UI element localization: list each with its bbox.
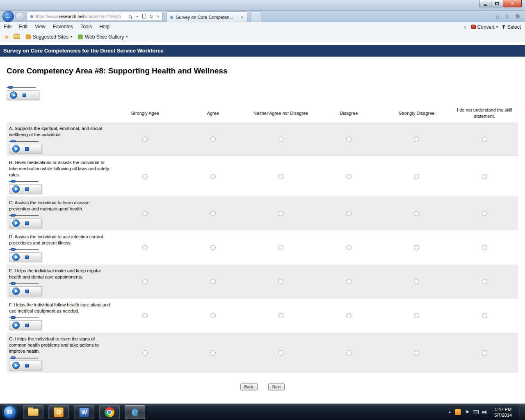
radio-button[interactable] [210,174,216,179]
favbar-item-caret[interactable]: ▾ [71,35,72,39]
volume-icon[interactable] [482,410,486,414]
audio-play-button[interactable] [10,91,17,99]
radio-button[interactable] [482,245,487,250]
taskbar-chrome-button[interactable] [99,405,120,419]
menu-item[interactable]: Favorites [49,22,77,32]
audio-play-button[interactable] [12,253,20,261]
audio-play-button[interactable] [12,288,20,295]
menu-item[interactable]: Edit [15,22,31,32]
radio-button[interactable] [142,279,148,284]
taskbar-word-button[interactable]: W [74,405,94,419]
menu-item[interactable]: File [0,22,15,32]
taskbar-outlook-button[interactable]: O [48,405,69,419]
audio-play-button[interactable] [12,322,20,329]
menu-item[interactable]: Help [96,22,113,32]
radio-button[interactable] [210,211,216,216]
browser-tab[interactable]: e Survey on Core Competen... × [166,11,247,22]
radio-button[interactable] [278,279,283,284]
audio-stop-button[interactable] [25,221,29,225]
radio-button[interactable] [210,313,216,318]
restore-button[interactable] [491,0,503,7]
radio-button[interactable] [142,137,148,142]
favorites-star-icon[interactable]: ☆ [504,13,510,20]
audio-slider-handle[interactable] [11,180,16,183]
forward-button[interactable]: → [15,12,24,21]
favbar-item[interactable]: Suggested Sites ▾ [26,34,72,40]
radio-button[interactable] [278,313,283,318]
audio-slider-handle[interactable] [11,214,16,217]
stop-icon[interactable]: × [155,14,162,19]
audio-slider-handle[interactable] [11,140,16,142]
close-button[interactable]: × [503,0,522,7]
radio-button[interactable] [482,174,487,179]
audio-seek-slider[interactable] [9,248,42,251]
action-center-flag-icon[interactable]: ⚑ [465,409,469,415]
radio-button[interactable] [278,174,283,179]
tray-app-icon[interactable] [455,409,461,415]
network-icon[interactable] [473,410,479,414]
home-icon[interactable]: ⌂ [495,13,499,20]
radio-button[interactable] [346,211,352,216]
refresh-icon[interactable]: ↻ [148,14,155,19]
favorites-folder-icon[interactable] [14,34,20,39]
convert-button[interactable]: Convert ▾ [471,24,498,30]
radio-button[interactable] [414,350,419,356]
radio-button[interactable] [482,211,487,216]
audio-stop-button[interactable] [25,256,29,259]
radio-button[interactable] [414,211,419,216]
compatibility-view-icon[interactable] [141,14,148,19]
audio-slider-handle[interactable] [8,86,13,89]
audio-seek-slider[interactable] [9,282,42,285]
radio-button[interactable] [210,245,216,250]
audio-play-button[interactable] [12,185,20,193]
radio-button[interactable] [142,174,148,179]
tools-gear-icon[interactable]: ⚙ [515,13,520,20]
back-button[interactable]: ← [2,11,14,22]
radio-button[interactable] [482,313,487,318]
radio-button[interactable] [346,137,352,142]
favbar-item[interactable]: Web Slice Gallery ▾ [78,34,128,40]
show-desktop-button[interactable] [520,404,525,420]
titlebar[interactable]: × [0,0,525,11]
menu-item[interactable]: Tools [77,22,96,32]
radio-button[interactable] [278,245,283,250]
back-nav-button[interactable]: Back [240,383,258,390]
hidden-icons-chevron[interactable]: ▲ [448,410,451,414]
radio-button[interactable] [346,350,352,356]
radio-button[interactable] [414,279,419,284]
radio-button[interactable] [142,211,148,216]
address-dropdown-icon[interactable]: ▾ [134,15,141,18]
radio-button[interactable] [482,350,487,356]
radio-button[interactable] [142,245,148,250]
radio-button[interactable] [414,245,419,250]
audio-stop-button[interactable] [25,290,29,293]
radio-button[interactable] [142,313,148,318]
search-icon[interactable] [127,14,134,19]
radio-button[interactable] [210,350,216,356]
start-button[interactable] [3,406,16,419]
radio-button[interactable] [414,137,419,142]
taskbar-clock[interactable]: 1:47 PM 5/7/2014 [490,406,516,418]
radio-button[interactable] [278,137,283,142]
favbar-item-caret[interactable]: ▾ [126,35,128,39]
radio-button[interactable] [414,174,419,179]
audio-stop-button[interactable] [23,94,26,97]
radio-button[interactable] [210,137,216,142]
radio-button[interactable] [142,350,148,356]
tab-close-icon[interactable]: × [239,15,245,20]
radio-button[interactable] [210,279,216,284]
new-tab-button[interactable] [251,11,261,22]
taskbar-explorer-button[interactable] [23,405,43,419]
audio-seek-slider[interactable] [9,214,42,217]
audio-slider-handle[interactable] [11,356,16,359]
radio-button[interactable] [346,313,352,318]
audio-play-button[interactable] [12,362,20,369]
menu-item[interactable]: View [31,22,49,32]
radio-button[interactable] [346,279,352,284]
radio-button[interactable] [414,313,419,318]
audio-stop-button[interactable] [25,324,29,327]
audio-seek-slider[interactable] [9,180,42,183]
audio-seek-slider[interactable] [9,356,42,360]
audio-stop-button[interactable] [25,364,29,368]
address-bar[interactable]: e https://www.research.net/s.aspx?sm=6%2… [27,12,163,21]
